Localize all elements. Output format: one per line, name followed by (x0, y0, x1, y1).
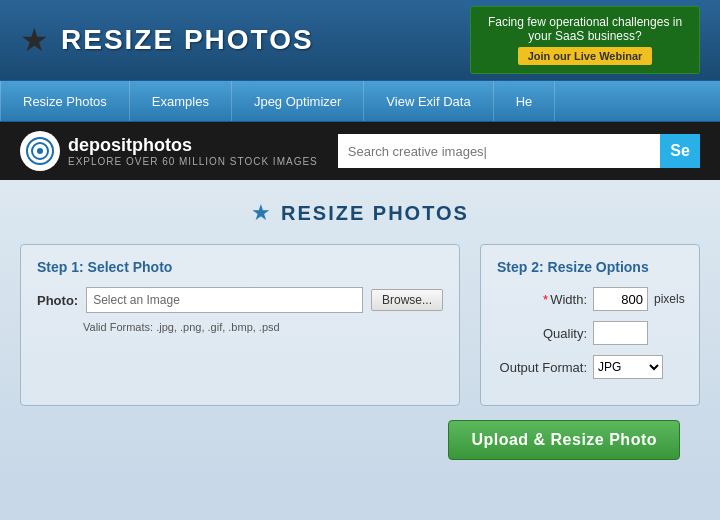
format-row: Output Format: JPG PNG GIF BMP (497, 355, 683, 379)
file-input-placeholder: Select an Image (93, 293, 180, 307)
star-icon: ★ (20, 21, 49, 59)
search-area: Se (338, 134, 700, 168)
deposit-text: depositphotos EXPLORE OVER 60 MILLION ST… (68, 135, 318, 167)
nav-item-examples[interactable]: Examples (130, 81, 232, 121)
main-content: ★ RESIZE PHOTOS Step 1: Select Photo Pho… (0, 180, 720, 480)
deposit-name: depositphotos (68, 135, 318, 156)
upload-resize-button[interactable]: Upload & Resize Photo (448, 420, 680, 460)
file-input-display[interactable]: Select an Image (86, 287, 363, 313)
photo-input-row: Photo: Select an Image Browse... (37, 287, 443, 313)
nav-item-help[interactable]: He (494, 81, 556, 121)
deposit-logo-icon (20, 131, 60, 171)
quality-label: Quality: (497, 326, 587, 341)
width-label: *Width: (497, 292, 587, 307)
quality-row: Quality: (497, 321, 683, 345)
navigation: Resize Photos Examples Jpeg Optimizer Vi… (0, 80, 720, 122)
pixels-label: pixels (654, 292, 685, 306)
quality-input[interactable] (593, 321, 648, 345)
main-star-icon: ★ (251, 200, 271, 226)
search-button[interactable]: Se (660, 134, 700, 168)
photo-label: Photo: (37, 293, 78, 308)
nav-item-view-exif[interactable]: View Exif Data (364, 81, 493, 121)
nav-item-resize-photos[interactable]: Resize Photos (0, 81, 130, 121)
required-star: * (543, 292, 548, 307)
header-left: ★ RESIZE PHOTOS (20, 21, 314, 59)
deposit-sub: EXPLORE OVER 60 MILLION STOCK IMAGES (68, 156, 318, 167)
upload-section: Upload & Resize Photo (20, 406, 700, 460)
deposit-logo[interactable]: depositphotos EXPLORE OVER 60 MILLION ST… (20, 131, 318, 171)
format-select[interactable]: JPG PNG GIF BMP (593, 355, 663, 379)
deposit-photos-banner: depositphotos EXPLORE OVER 60 MILLION ST… (0, 122, 720, 180)
width-input[interactable] (593, 287, 648, 311)
steps-row: Step 1: Select Photo Photo: Select an Im… (20, 244, 700, 406)
header: ★ RESIZE PHOTOS Facing few operational c… (0, 0, 720, 80)
main-title-text: RESIZE PHOTOS (281, 202, 469, 225)
search-input[interactable] (338, 134, 660, 168)
nav-item-jpeg-optimizer[interactable]: Jpeg Optimizer (232, 81, 364, 121)
valid-formats-text: Valid Formats: .jpg, .png, .gif, .bmp, .… (83, 321, 443, 333)
svg-point-2 (37, 148, 43, 154)
step2-heading: Step 2: Resize Options (497, 259, 683, 275)
step1-heading: Step 1: Select Photo (37, 259, 443, 275)
header-ad-banner[interactable]: Facing few operational challenges in you… (470, 6, 700, 74)
site-title: RESIZE PHOTOS (61, 24, 314, 56)
ad-text: Facing few operational challenges in you… (485, 15, 685, 43)
webinar-button[interactable]: Join our Live Webinar (518, 47, 653, 65)
format-label: Output Format: (497, 360, 587, 375)
width-row: *Width: pixels (497, 287, 683, 311)
step1-select-photo: Step 1: Select Photo Photo: Select an Im… (20, 244, 460, 406)
step2-resize-options: Step 2: Resize Options *Width: pixels Qu… (480, 244, 700, 406)
browse-button[interactable]: Browse... (371, 289, 443, 311)
main-title-area: ★ RESIZE PHOTOS (20, 200, 700, 226)
